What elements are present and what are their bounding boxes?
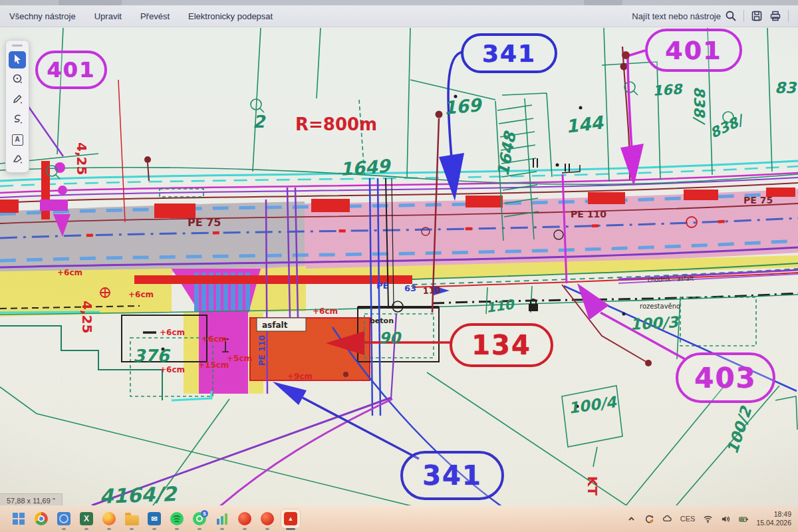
taskbar-photos[interactable] bbox=[55, 509, 73, 528]
pdf-canvas[interactable]: R=800m PE 75 PE 110 PE 75 PE 63 110 PE 1… bbox=[0, 27, 798, 505]
comment-tool[interactable] bbox=[9, 71, 26, 88]
taskbar-spotify[interactable] bbox=[168, 509, 186, 528]
parcel-number: 2 bbox=[253, 112, 266, 132]
tray-clock[interactable]: 18:49 15.04.2026 bbox=[756, 510, 791, 527]
taskbar-red-app-2[interactable] bbox=[258, 509, 277, 528]
excel-icon: X bbox=[80, 512, 93, 525]
material-label: beton bbox=[370, 317, 394, 325]
taskbar-explorer[interactable] bbox=[122, 509, 141, 528]
menu-edit[interactable]: Upravit bbox=[85, 5, 131, 27]
taskbar-excel[interactable]: X bbox=[77, 509, 96, 528]
start-button[interactable] bbox=[9, 509, 28, 528]
parcel-number: 110 bbox=[485, 296, 516, 316]
radius-label: R=800m bbox=[295, 114, 377, 134]
language-indicator[interactable]: CES bbox=[680, 515, 696, 523]
pipe-label: 110 bbox=[422, 285, 441, 296]
sync-icon[interactable] bbox=[644, 513, 655, 524]
parcel-number: 100/2 bbox=[724, 404, 755, 456]
tray-time: 18:49 bbox=[756, 510, 791, 519]
page-size-label: 57,88 x 11,69 " bbox=[7, 497, 55, 505]
red-app-icon bbox=[261, 512, 274, 525]
dimension-label: 4,25 bbox=[79, 301, 95, 333]
callout-401-left: 401 bbox=[35, 51, 107, 89]
pencil-tool[interactable] bbox=[9, 91, 26, 108]
parcel-number: 376 bbox=[133, 346, 171, 366]
taskbar-firefox[interactable] bbox=[100, 509, 118, 528]
window-tab-strip bbox=[0, 0, 798, 5]
pipe-label-vertical: PE 110 bbox=[257, 335, 267, 366]
taskbar-outlook[interactable]: ✉ bbox=[145, 509, 164, 528]
taskbar-acrobat[interactable]: ▲ bbox=[281, 509, 301, 529]
signature-tool[interactable] bbox=[9, 111, 26, 128]
chrome-icon bbox=[35, 512, 48, 525]
height-note: +5cm bbox=[227, 354, 252, 363]
onedrive-cloud-icon[interactable] bbox=[662, 513, 673, 524]
print-icon[interactable] bbox=[769, 10, 781, 22]
menu-convert[interactable]: Převést bbox=[131, 5, 179, 27]
parcel-number: 838/ bbox=[708, 111, 748, 141]
parcel-number: 100/3 bbox=[630, 313, 680, 333]
battery-icon[interactable] bbox=[738, 513, 749, 524]
parcel-number: 1649 bbox=[339, 156, 392, 180]
note-label: rozestavěno bbox=[640, 303, 680, 310]
height-note: +6cm bbox=[160, 365, 185, 374]
windows-logo-icon bbox=[13, 513, 25, 525]
parcel-number: 4164/2 bbox=[99, 482, 178, 505]
save-icon[interactable] bbox=[751, 10, 763, 22]
red-app-icon bbox=[238, 512, 251, 525]
taskbar-whatsapp[interactable]: $ bbox=[190, 509, 209, 528]
parcel-number: 100/4 bbox=[567, 393, 618, 417]
parcel-number: 838/ bbox=[691, 86, 708, 126]
spotify-icon bbox=[170, 512, 184, 525]
acrobat-window: Všechny nástroje Upravit Převést Elektro… bbox=[0, 0, 798, 532]
height-note: +6cm bbox=[128, 290, 154, 299]
callout-134: 134 bbox=[450, 323, 553, 367]
highlight-tool[interactable] bbox=[9, 151, 26, 168]
tab-remnant bbox=[584, 0, 622, 5]
height-note: +15cm bbox=[198, 360, 229, 370]
palette-grip[interactable] bbox=[12, 45, 23, 47]
firefox-icon bbox=[102, 512, 116, 525]
height-note: +6cm bbox=[313, 307, 338, 316]
parcel-number: 83 bbox=[775, 79, 797, 96]
whatsapp-badge: $ bbox=[201, 510, 208, 517]
taskbar-powerbi[interactable] bbox=[213, 509, 231, 528]
speaker-icon[interactable] bbox=[720, 513, 731, 524]
search-label: Najít text nebo nástroje bbox=[632, 11, 721, 21]
select-tool[interactable] bbox=[9, 51, 26, 68]
callout-341-bottom: 341 bbox=[400, 451, 504, 500]
menu-esign[interactable]: Elektronicky podepsat bbox=[179, 5, 282, 27]
quick-tools-palette: A bbox=[5, 40, 29, 173]
powerbi-icon bbox=[217, 513, 227, 525]
windows-taskbar: X ✉ $ ▲ CES 18:49 15.04.2026 bbox=[0, 505, 798, 532]
acrobat-menubar: Všechny nástroje Upravit Převést Elektro… bbox=[0, 5, 798, 27]
parcel-number: 144 bbox=[565, 112, 605, 137]
tray-chevron-icon[interactable] bbox=[626, 513, 637, 524]
height-note: +9cm bbox=[287, 372, 313, 381]
callout-341-top: 341 bbox=[461, 33, 557, 73]
find-text-or-tools[interactable]: Najít text nebo nástroje bbox=[632, 10, 737, 22]
parcel-number: 168 bbox=[652, 81, 684, 99]
system-tray: CES 18:49 15.04.2026 bbox=[626, 510, 798, 527]
taskbar-apps: X ✉ $ ▲ bbox=[0, 509, 301, 529]
wifi-icon[interactable] bbox=[702, 513, 713, 524]
photos-icon bbox=[57, 512, 70, 525]
add-text-tool[interactable]: A bbox=[9, 131, 26, 148]
highlighter-icon bbox=[12, 153, 23, 167]
taskbar-red-app-1[interactable] bbox=[235, 509, 254, 528]
pipe-label: PE 110 bbox=[571, 209, 606, 219]
taskbar-chrome[interactable] bbox=[32, 509, 51, 528]
pipe-label: PE 75 bbox=[743, 195, 773, 205]
note-label: chodník—asfalt bbox=[648, 275, 694, 283]
pipe-label: PE bbox=[376, 281, 388, 291]
search-icon bbox=[725, 10, 737, 22]
pencil-icon bbox=[12, 93, 23, 107]
tab-remnant bbox=[59, 0, 122, 5]
menu-all-tools[interactable]: Všechny nástroje bbox=[0, 5, 85, 27]
parcel-number: 90 bbox=[379, 329, 402, 346]
tray-date: 15.04.2026 bbox=[756, 519, 791, 527]
comment-icon bbox=[12, 73, 23, 87]
height-note: +6cm bbox=[57, 268, 82, 277]
divider bbox=[788, 10, 789, 22]
cursor-icon bbox=[12, 53, 23, 67]
